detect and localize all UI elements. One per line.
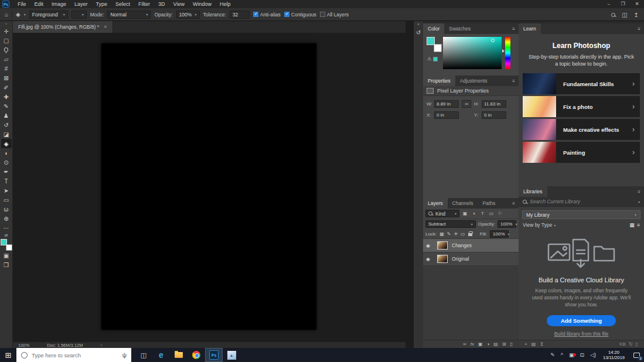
lasso-tool[interactable]: Ϙ [1,45,12,54]
foreground-color-swatch[interactable] [1,239,7,245]
dodge-tool[interactable]: ⊙ [1,158,12,167]
tab-properties[interactable]: Properties [423,76,455,86]
swap-colors-icon[interactable]: ⇄ [5,233,8,238]
paint-bucket-tool[interactable]: ◈ [1,139,12,148]
lock-position-icon[interactable]: ✛ [454,231,458,237]
x-field[interactable]: 0 in [434,111,459,119]
tab-color[interactable]: Color [423,23,444,34]
view-by-type-label[interactable]: View by Type [523,222,552,228]
opacity-input[interactable]: 100% ▾ [176,11,200,19]
tab-adjustments[interactable]: Adjustments [455,76,492,86]
mode-select[interactable]: Normal ▾ [107,11,151,19]
edge-app[interactable]: e [152,348,170,362]
restore-button[interactable]: ❐ [616,0,630,8]
edit-toolbar-icon[interactable]: ⋯ [1,223,12,233]
tab-channels[interactable]: Channels [448,198,478,209]
object-selection-tool[interactable]: ▱ [1,54,12,64]
speaker-icon[interactable]: ◁) [587,352,599,358]
eyedropper-tool[interactable]: ✐ [1,83,12,92]
menu-type[interactable]: Type [92,0,112,8]
filter-kind-select[interactable]: Kind ▾ [425,210,459,217]
photoshop-app[interactable]: Ps [205,348,223,362]
fill-source-select[interactable]: Foreground ▾ [29,11,68,19]
layer-style-icon[interactable]: fx [471,341,474,347]
menu-edit[interactable]: Edit [30,0,48,8]
hue-slider-marker[interactable] [502,49,505,53]
action-center-button[interactable]: 3 [629,348,644,362]
anti-alias-checkbox[interactable]: Anti-alias [253,12,281,18]
panel-menu-icon[interactable]: ≡ [512,26,519,32]
menu-view[interactable]: View [169,0,189,8]
tab-layers[interactable]: Layers [423,198,448,209]
layer-fill-input[interactable]: 100% ▾ [490,230,509,238]
document-canvas[interactable] [101,43,316,330]
rectangle-tool[interactable]: ▭ [1,195,12,204]
y-field[interactable]: 0 in [482,111,506,119]
menu-window[interactable]: Window [189,0,216,8]
home-icon[interactable]: ⌂ [5,11,8,18]
eraser-tool[interactable]: ◪ [1,129,12,139]
minimize-button[interactable]: – [602,0,616,8]
add-something-button[interactable]: Add Something [547,315,616,326]
grid-view-icon[interactable]: ▦ [629,222,635,228]
panel-menu-icon[interactable]: ≡ [512,201,519,206]
history-panel-icon[interactable]: ↺ [414,28,423,37]
monitor-icon[interactable]: ⊡ [577,352,588,358]
visibility-eye-icon[interactable]: ◉ [426,257,433,262]
gamut-warning-icon[interactable]: ⚠ [427,56,431,62]
pattern-picker[interactable]: ▾ [71,11,87,19]
rectangular-marquee-tool[interactable]: ▢ [1,36,12,45]
file-explorer-app[interactable] [170,348,188,362]
filter-adjustment-layers-icon[interactable]: ◑ [471,211,477,216]
paint-bucket-icon[interactable]: ◈ [16,11,21,18]
blend-mode-select[interactable]: Subtract ▾ [425,220,476,228]
width-field[interactable]: 8.89 in [434,100,459,108]
visibility-eye-icon[interactable]: ◉ [426,243,433,248]
height-field[interactable]: 11.83 in [482,100,506,108]
learn-card-fix-a-photo[interactable]: Fix a photo › [523,96,640,117]
new-group-icon[interactable]: ▤ [531,341,536,347]
library-search-field[interactable]: Search Current Library ▾ [519,197,644,207]
taskbar-clock[interactable]: 14:20 13/11/2019 [599,350,629,360]
filter-type-layers-icon[interactable]: T [479,211,486,216]
history-brush-tool[interactable]: ↺ [1,120,12,129]
clone-stamp-tool[interactable]: ♟ [1,111,12,120]
pen-tool[interactable]: ✒ [1,167,12,176]
contiguous-checkbox[interactable]: Contiguous [284,12,316,18]
show-hidden-icons-chevron[interactable]: ^ [558,352,566,358]
new-group-icon[interactable]: ▤ [493,341,498,347]
foreground-color-swatch[interactable] [427,37,435,45]
search-input[interactable] [32,352,118,358]
new-layer-icon[interactable]: ⊞ [502,341,506,347]
filter-smart-objects-icon[interactable]: ⚐ [497,211,503,216]
tab-libraries[interactable]: Libraries [519,186,547,197]
microphone-icon[interactable]: ψ [122,352,127,358]
background-color-swatch[interactable] [434,44,442,52]
frame-tool[interactable]: ⊠ [1,73,12,83]
taskbar-search-box[interactable]: ψ [16,348,131,362]
lock-pixels-icon[interactable]: ✎ [447,231,451,237]
menu-file[interactable]: File [13,0,30,8]
layer-mask-icon[interactable]: ▣ [478,341,483,347]
sync-icon[interactable]: ↻ [629,341,633,347]
menu-help[interactable]: Help [216,0,235,8]
photos-app[interactable]: ▲ [223,348,240,362]
expand-panels-icon[interactable]: « [414,21,423,28]
lock-transparency-icon[interactable]: ▦ [439,231,444,237]
expand-toolbar-icon[interactable]: » [5,21,7,26]
filter-pixel-layers-icon[interactable]: ▣ [462,211,468,216]
panel-menu-icon[interactable]: ≡ [638,26,644,32]
upload-icon[interactable]: ↥ [540,341,544,347]
all-layers-checkbox[interactable]: All Layers [320,12,349,18]
list-view-icon[interactable]: ≡ [637,222,640,228]
tab-learn[interactable]: Learn [519,23,541,34]
learn-card-make-creative-effects[interactable]: Make creative effects › [523,119,640,140]
close-button[interactable]: ✕ [630,0,644,8]
learn-card-fundamental-skills[interactable]: Fundamental Skills › [523,73,640,94]
crop-tool[interactable]: # [1,64,12,73]
healing-brush-tool[interactable]: ✚ [1,92,12,101]
layer-row-changes[interactable]: ◉ Changes [423,239,519,252]
lock-all-icon[interactable] [468,233,472,236]
pen-workspace-icon[interactable]: ✎ [547,352,558,358]
share-icon[interactable]: ↥ [634,12,639,18]
